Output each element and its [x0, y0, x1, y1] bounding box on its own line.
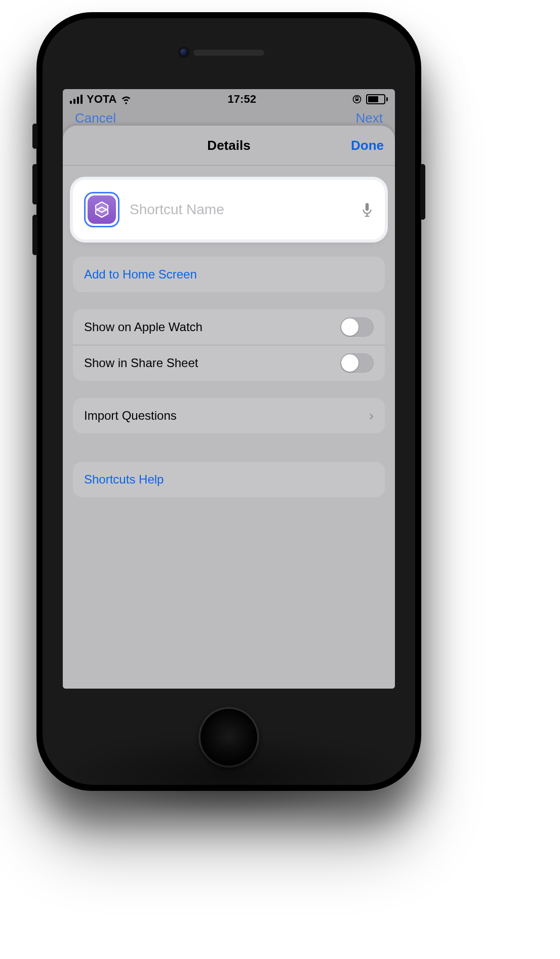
import-questions-label: Import Questions: [84, 409, 177, 423]
show-on-apple-watch-toggle[interactable]: [340, 317, 374, 337]
sheet-header: Details Done: [63, 126, 395, 166]
chevron-right-icon: ›: [369, 408, 374, 424]
earpiece-speaker: [193, 50, 264, 56]
carrier-label: YOTA: [87, 93, 116, 106]
screen: YOTA 17:52: [63, 89, 395, 689]
background-nav: Cancel Next: [63, 108, 395, 126]
volume-down-button: [32, 215, 37, 255]
dictation-mic-icon[interactable]: [361, 202, 374, 218]
details-sheet: Details Done: [63, 126, 395, 689]
add-to-home-screen-button[interactable]: Add to Home Screen: [73, 257, 385, 292]
wifi-icon: [121, 94, 132, 105]
status-time: 17:52: [228, 93, 256, 106]
import-questions-button[interactable]: Import Questions ›: [73, 398, 385, 433]
power-button: [420, 164, 425, 220]
status-bar: YOTA 17:52: [63, 89, 395, 108]
orientation-lock-icon: [352, 94, 362, 104]
add-to-home-screen-label: Add to Home Screen: [84, 267, 197, 282]
show-on-apple-watch-row: Show on Apple Watch: [73, 309, 385, 345]
front-camera: [178, 47, 189, 58]
shortcut-icon-button[interactable]: [84, 192, 119, 227]
cell-signal-icon: [70, 95, 83, 104]
done-button[interactable]: Done: [351, 138, 384, 153]
iphone-device-frame: YOTA 17:52: [36, 12, 421, 791]
svg-rect-1: [355, 99, 358, 101]
background-next: Next: [356, 110, 383, 126]
show-in-share-sheet-row: Show in Share Sheet: [73, 345, 385, 381]
device-shadow: [57, 735, 401, 816]
sheet-title: Details: [207, 138, 250, 153]
volume-up-button: [32, 164, 37, 205]
background-cancel: Cancel: [75, 110, 116, 126]
show-on-apple-watch-label: Show on Apple Watch: [84, 320, 203, 334]
show-in-share-sheet-toggle[interactable]: [340, 353, 374, 373]
svg-rect-2: [366, 203, 369, 211]
shortcut-name-card: [73, 180, 385, 239]
show-in-share-sheet-label: Show in Share Sheet: [84, 356, 198, 370]
shortcuts-help-label: Shortcuts Help: [84, 472, 164, 487]
shortcut-name-input[interactable]: [129, 201, 351, 218]
battery-icon: [366, 94, 388, 104]
shortcuts-app-icon: [88, 195, 116, 224]
shortcuts-help-button[interactable]: Shortcuts Help: [73, 462, 385, 497]
mute-switch: [32, 124, 37, 149]
